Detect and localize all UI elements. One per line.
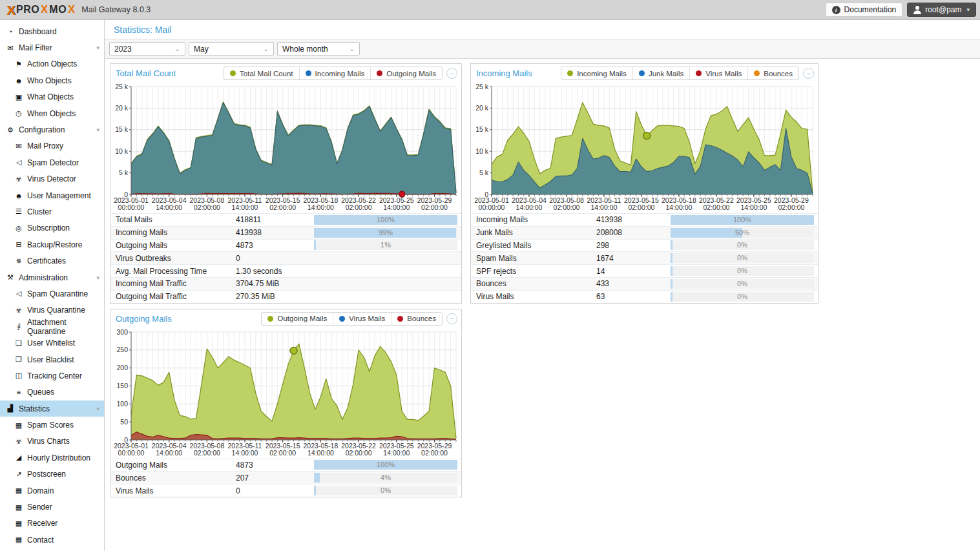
sidebar-item-subscription[interactable]: ◎Subscription (0, 220, 104, 236)
chevron-down-icon: ⌄ (175, 45, 180, 52)
sidebar-item-user-whitelist[interactable]: ❏User Whitelist (0, 335, 104, 351)
sidebar-item-action-objects[interactable]: ⚑Action Objects (0, 56, 104, 72)
total-mail-count-chart: 25 k20 k15 k10 k5 k02023-05-0100:00:0020… (112, 83, 460, 213)
collapse-icon[interactable]: − (803, 68, 814, 79)
percent-label: 0% (671, 266, 814, 276)
clock-icon: ◷ (14, 109, 24, 118)
sidebar-item-certificates[interactable]: ✵Certificates (0, 253, 104, 269)
table-row: Incoming Mail Traffic3704.75 MiB (110, 277, 461, 290)
sidebar-item-who-objects[interactable]: ☻Who Objects (0, 72, 104, 88)
sidebar-item-backup-restore[interactable]: ⊟Backup/Restore (0, 236, 104, 253)
percent-label: 100% (314, 215, 457, 225)
sidebar-item-user-blacklist[interactable]: ❐User Blacklist (0, 351, 104, 368)
sidebar-item-tracking-center[interactable]: ◫Tracking Center (0, 368, 104, 384)
sidebar-item-when-objects[interactable]: ◷When Objects (0, 105, 104, 121)
collapse-icon[interactable]: − (446, 68, 457, 79)
percent-label: 0% (314, 486, 457, 495)
sidebar-item-queues[interactable]: ≡Queues (0, 384, 104, 400)
panel-outgoing-mails: Outgoing Mails Outgoing MailsVirus Mails… (110, 309, 462, 497)
sidebar-item-mail-proxy[interactable]: ✉Mail Proxy (0, 138, 104, 154)
certificate-icon: ✵ (14, 257, 24, 265)
row-value: 413938 (235, 228, 314, 237)
row-label: Incoming Mail Traffic (110, 279, 235, 288)
envelope-icon: ✉ (5, 44, 16, 52)
table-row: Junk Mails20800850% (471, 226, 818, 239)
chevron-down-icon[interactable]: ▾ (96, 406, 99, 412)
sidebar-item-postscreen[interactable]: ↗Postscreen (0, 466, 104, 483)
chevron-down-icon[interactable]: ▾ (96, 45, 99, 51)
page-title: Statistics: Mail (105, 20, 980, 39)
legend-label: Junk Mails (649, 70, 683, 78)
sidebar-item-what-objects[interactable]: ▣What Objects (0, 89, 104, 105)
sidebar-item-statistics[interactable]: ▟Statistics▾ (0, 400, 104, 417)
sidebar-item-receiver[interactable]: ▦Receiver (0, 515, 104, 532)
percent-bar: 100% (314, 215, 457, 225)
sidebar-item-attachment-quarantine[interactable]: ∮Attachment Quarantine (0, 318, 104, 335)
sidebar-item-administration[interactable]: ⚒Administration▾ (0, 269, 104, 286)
sidebar-item-spam-quarantine[interactable]: ◁Spam Quarantine (0, 286, 104, 302)
sidebar-item-virus-quarantine[interactable]: ☣Virus Quarantine (0, 302, 104, 318)
range-select[interactable]: Whole month ⌄ (277, 42, 360, 56)
legend-item-outgoing-mails[interactable]: Outgoing Mails (370, 67, 442, 79)
legend-item-incoming-mails[interactable]: Incoming Mails (561, 67, 632, 79)
svg-text:50: 50 (120, 417, 128, 425)
month-select[interactable]: May ⌄ (189, 42, 274, 56)
table-row: Outgoing Mails48731% (110, 239, 461, 252)
sidebar-item-configuration[interactable]: ⚙Configuration▾ (0, 121, 104, 138)
row-label: Incoming Mails (471, 215, 595, 224)
legend-label: Outgoing Mails (277, 315, 327, 322)
legend-label: Total Mail Count (240, 70, 293, 78)
sidebar-item-contact[interactable]: ▦Contact (0, 532, 104, 548)
documentation-button[interactable]: i Documentation (826, 3, 903, 17)
svg-text:02:00:00: 02:00:00 (421, 203, 448, 211)
sidebar-item-spam-scores[interactable]: ▦Spam Scores (0, 417, 104, 433)
sidebar-item-hourly-distribution[interactable]: ◢Hourly Distribution (0, 450, 104, 466)
chevron-down-icon: ⌄ (349, 45, 355, 52)
sidebar-item-label: Virus Detector (27, 174, 76, 183)
row-label: Incoming Mails (110, 228, 235, 237)
flag-icon: ⚑ (14, 60, 24, 68)
legend-item-total-mail-count[interactable]: Total Mail Count (224, 67, 298, 79)
row-value: 0 (235, 486, 314, 495)
user-menu-button[interactable]: root@pam ▾ (907, 3, 976, 17)
legend-item-junk-mails[interactable]: Junk Mails (632, 67, 689, 79)
sidebar-item-label: What Objects (27, 92, 74, 101)
sidebar-item-sender[interactable]: ▦Sender (0, 499, 104, 515)
table-row: Avg. Mail Processing Time1.30 seconds (110, 264, 461, 277)
table-row: Virus Mails00% (110, 484, 461, 497)
legend-item-virus-mails[interactable]: Virus Mails (689, 67, 747, 79)
legend-item-outgoing-mails[interactable]: Outgoing Mails (262, 313, 333, 325)
outgoing-mails-chart: 3002502001501005002023-05-0100:00:002023… (112, 329, 460, 459)
legend-item-bounces[interactable]: Bounces (391, 313, 442, 325)
chevron-down-icon[interactable]: ▾ (96, 127, 99, 133)
sidebar-item-virus-charts[interactable]: ☣Virus Charts (0, 433, 104, 450)
legend-item-virus-mails[interactable]: Virus Mails (333, 313, 391, 325)
incoming-mails-chart: 25 k20 k15 k10 k5 k02023-05-0100:00:0020… (472, 83, 817, 213)
sidebar-item-label: Mail Proxy (27, 141, 63, 151)
percent-bar: 1% (314, 240, 457, 250)
info-icon: i (832, 6, 840, 14)
sidebar-item-virus-detector[interactable]: ☣Virus Detector (0, 171, 104, 187)
total-mail-count-table: Total Mails418811100%Incoming Mails41393… (110, 213, 461, 303)
sidebar-item-cluster[interactable]: ☰Cluster (0, 203, 104, 220)
sidebar-item-spam-detector[interactable]: ◁Spam Detector (0, 154, 104, 171)
sidebar-item-label: Subscription (27, 224, 70, 233)
percent-bar: 0% (671, 240, 814, 250)
chevron-down-icon[interactable]: ▾ (96, 275, 99, 281)
sidebar-item-domain[interactable]: ▦Domain (0, 483, 104, 499)
sidebar-item-user-management[interactable]: ☻User Management (0, 187, 104, 203)
percent-label: 0% (671, 279, 814, 289)
year-select[interactable]: 2023 ⌄ (109, 42, 185, 56)
top-actions: i Documentation root@pam ▾ (826, 3, 976, 17)
top-bar: X PROXMOX Mail Gateway 8.0.3 i Documenta… (0, 0, 980, 20)
sidebar-item-mail-filter[interactable]: ✉Mail Filter▾ (0, 39, 104, 56)
bug-icon: ☣ (14, 437, 24, 446)
sidebar-item-label: Attachment Quarantine (27, 318, 104, 336)
filter-toolbar: 2023 ⌄ May ⌄ Whole month ⌄ (105, 39, 980, 59)
legend-item-bounces[interactable]: Bounces (747, 67, 798, 79)
legend-item-incoming-mails[interactable]: Incoming Mails (299, 67, 371, 79)
sidebar-item-dashboard[interactable]: ◔Dashboard (0, 23, 104, 39)
table-row: Incoming Mails413938100% (471, 213, 818, 226)
bug-icon: ☣ (14, 175, 24, 183)
collapse-icon[interactable]: − (446, 313, 457, 324)
